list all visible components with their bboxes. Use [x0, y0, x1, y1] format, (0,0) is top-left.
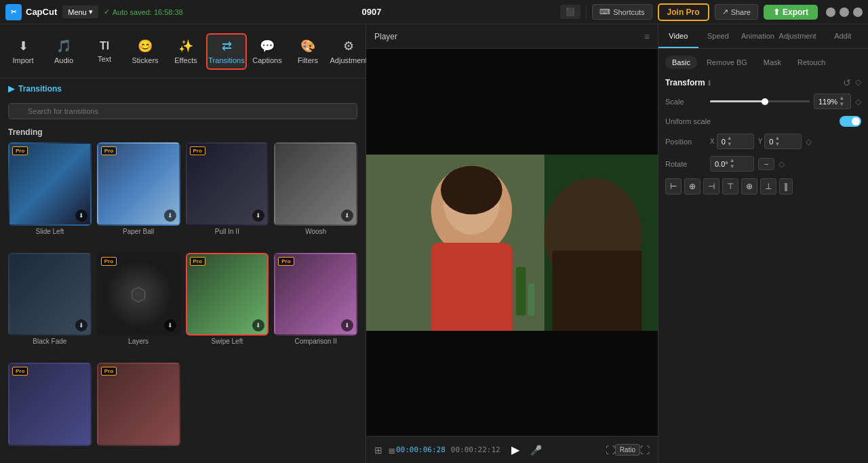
download-icon[interactable]: ⬇ — [252, 209, 264, 222]
play-button[interactable]: ▶ — [511, 443, 519, 456]
menu-button[interactable]: Menu ▾ — [62, 5, 98, 18]
app-logo: ✂ CapCut — [5, 4, 57, 20]
scale-up-btn[interactable]: ▲ — [839, 96, 844, 101]
auto-save-text: Auto saved: 16:58:38 — [113, 8, 183, 16]
pos-x-down[interactable]: ▼ — [727, 142, 732, 147]
transition-swipe-left[interactable]: Pro ⬇ Swipe Left — [186, 253, 269, 358]
rotate-spinner[interactable]: ▲ ▼ — [730, 158, 735, 169]
pos-y-down[interactable]: ▼ — [774, 142, 780, 147]
rotate-up[interactable]: ▲ — [730, 158, 735, 163]
zoom-icon[interactable]: ⛶ — [606, 445, 615, 456]
download-icon[interactable]: ⬇ — [75, 209, 87, 222]
align-bottom-button[interactable]: ⊥ — [760, 178, 776, 195]
position-x-input[interactable]: 0 ▲ ▼ — [717, 134, 754, 149]
tool-stickers[interactable]: 😊 Stickers — [125, 35, 165, 68]
toggle-knob — [852, 117, 860, 125]
topbar: ✂ CapCut Menu ▾ ✓ Auto saved: 16:58:38 0… — [0, 0, 868, 24]
pro-badge: Pro — [12, 146, 28, 155]
reset-icon[interactable]: ↺ — [843, 77, 851, 88]
tool-adjustment[interactable]: ⚙ Adjustment — [328, 35, 369, 68]
transition-comparison[interactable]: Pro ⬇ Comparison II — [274, 253, 357, 358]
scale-spinner[interactable]: ▲ ▼ — [839, 96, 844, 107]
uniform-scale-toggle[interactable] — [840, 116, 861, 127]
download-icon[interactable]: ⬇ — [341, 209, 353, 222]
download-icon[interactable]: ⬇ — [341, 319, 353, 331]
download-icon[interactable]: ⬇ — [75, 319, 87, 331]
sub-tab-basic[interactable]: Basic — [665, 56, 697, 69]
rotate-input[interactable]: 0.0° ▲ ▼ — [710, 156, 754, 172]
tab-speed[interactable]: Speed — [698, 24, 738, 48]
tool-import[interactable]: ⬇ Import — [3, 35, 43, 68]
shortcuts-button[interactable]: ⌨ Shortcuts — [592, 4, 652, 20]
join-pro-button[interactable]: Join Pro — [658, 3, 709, 21]
close-button[interactable] — [853, 7, 863, 17]
tool-filters[interactable]: 🎨 Filters — [288, 35, 328, 68]
tool-text[interactable]: TI Text — [84, 36, 125, 67]
sub-tab-retouch[interactable]: Retouch — [791, 56, 832, 69]
position-keyframe-icon[interactable]: ◇ — [806, 137, 812, 146]
maximize-button[interactable] — [840, 7, 849, 17]
tab-adjustment-label: Adjustment — [779, 32, 816, 40]
rotate-keyframe-icon[interactable]: ◇ — [778, 159, 785, 169]
minimize-button[interactable] — [826, 7, 835, 17]
transition-pull-in[interactable]: Pro ⬇ Pull In II — [186, 142, 269, 247]
transition-woosh[interactable]: ⬇ Woosh — [274, 142, 357, 247]
scale-keyframe-icon[interactable]: ◇ — [855, 97, 861, 106]
player-menu-icon[interactable]: ≡ — [644, 31, 650, 42]
tab-more[interactable]: Addit — [817, 24, 868, 48]
tab-video[interactable]: Video — [658, 24, 698, 48]
scale-down-btn[interactable]: ▼ — [839, 102, 844, 107]
transition-black-fade[interactable]: ⬇ Black Fade — [8, 253, 92, 358]
download-icon[interactable]: ⬇ — [252, 319, 264, 331]
align-distribute-button[interactable]: ‖ — [779, 178, 793, 195]
tab-adjustment[interactable]: Adjustment — [778, 24, 818, 48]
align-left-button[interactable]: ⊢ — [665, 178, 682, 195]
transition-layers[interactable]: ⬡ Pro ⬇ Layers — [97, 253, 180, 358]
grid-view-icon[interactable]: ⊞ — [374, 445, 382, 456]
pos-y-up[interactable]: ▲ — [774, 136, 780, 141]
sub-tab-remove-bg[interactable]: Remove BG — [700, 56, 754, 69]
transition-extra1[interactable]: Pro — [8, 363, 92, 460]
position-y-input[interactable]: 0 ▲ ▼ — [764, 134, 802, 149]
transition-extra2[interactable]: Pro — [97, 363, 180, 460]
align-center-h-button[interactable]: ⊕ — [684, 178, 701, 195]
left-panel: ⬇ Import 🎵 Audio TI Text 😊 Stickers ✨ Ef… — [0, 24, 366, 463]
rotate-reset-button[interactable]: − — [758, 158, 774, 170]
menu-label: Menu — [68, 8, 87, 16]
ratio-button[interactable]: Ratio — [615, 444, 640, 456]
download-icon[interactable]: ⬇ — [164, 319, 176, 331]
download-icon[interactable]: ⬇ — [164, 209, 176, 222]
align-center-v-button[interactable]: ⊕ — [741, 178, 757, 195]
tool-transitions[interactable]: ⇄ Transitions — [206, 33, 247, 70]
screen-button[interactable]: ⬛ — [560, 5, 580, 19]
transition-thumb-extra1: Pro — [8, 363, 92, 446]
search-input[interactable] — [8, 103, 357, 119]
scale-slider-thumb[interactable] — [762, 98, 768, 105]
transition-slide-left[interactable]: Pro ⬇ Slide Left — [8, 142, 92, 247]
position-y-spinner[interactable]: ▲ ▼ — [774, 136, 780, 147]
transitions-label: Transitions — [208, 56, 244, 64]
list-view-icon[interactable]: ≣ — [388, 445, 396, 456]
sub-tab-mask[interactable]: Mask — [757, 56, 788, 69]
position-x-spinner[interactable]: ▲ ▼ — [727, 136, 732, 147]
tab-animation[interactable]: Animation — [738, 24, 778, 48]
align-right-button[interactable]: ⊣ — [703, 178, 719, 195]
tool-effects[interactable]: ✨ Effects — [165, 35, 206, 68]
shortcuts-label: Shortcuts — [613, 8, 644, 16]
fullscreen-button[interactable]: ⛶ — [640, 445, 650, 456]
rotate-row: Rotate 0.0° ▲ ▼ − ◇ — [665, 156, 861, 172]
rotate-down[interactable]: ▼ — [730, 164, 735, 169]
speaker-icon[interactable]: 🎤 — [530, 445, 542, 456]
import-icon: ⬇ — [18, 39, 28, 54]
export-button[interactable]: ⬆ Export — [764, 5, 818, 20]
share-button[interactable]: ↗ Share — [715, 4, 758, 20]
transition-paper-ball[interactable]: Pro ⬇ Paper Ball — [97, 142, 180, 247]
position-y-value: 0 — [769, 138, 773, 146]
scale-slider[interactable] — [710, 100, 810, 102]
align-top-button[interactable]: ⊤ — [722, 178, 738, 195]
pos-x-up[interactable]: ▲ — [727, 136, 732, 141]
keyframe-icon[interactable]: ◇ — [855, 77, 861, 88]
video-placeholder — [366, 155, 658, 331]
tool-audio[interactable]: 🎵 Audio — [43, 35, 84, 68]
tool-captions[interactable]: 💬 Captions — [247, 35, 288, 68]
